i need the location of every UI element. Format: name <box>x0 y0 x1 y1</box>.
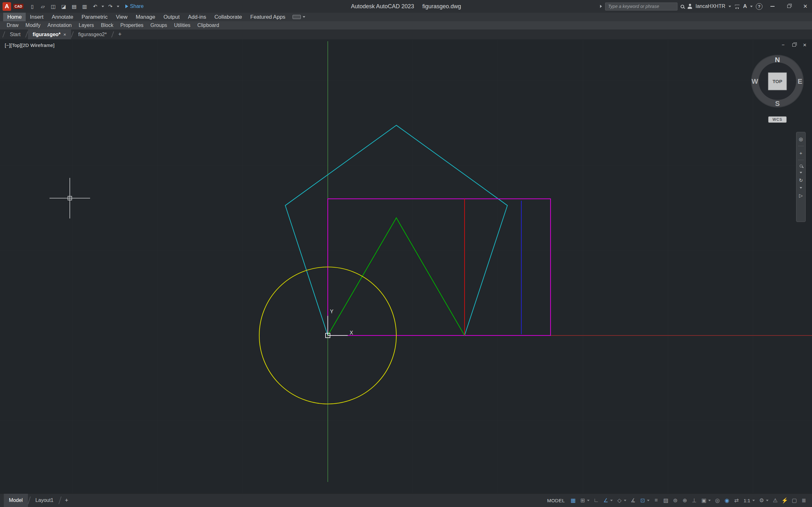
ucs-icon[interactable]: Y X <box>325 309 353 338</box>
annotation-scale-button[interactable]: 1:1 <box>742 496 752 505</box>
viewcube-south[interactable]: S <box>775 100 780 108</box>
print-icon[interactable]: ▥ <box>81 3 89 9</box>
panel-layers[interactable]: Layers <box>75 22 97 28</box>
3d-object-snap-toggle[interactable]: ⊕ <box>680 496 689 505</box>
undo-icon[interactable]: ↶ <box>91 3 99 9</box>
restore-button[interactable] <box>782 0 796 13</box>
annotation-autoscale-toggle[interactable]: ⇄ <box>732 496 741 505</box>
app-menu-button[interactable]: A <box>3 2 11 11</box>
panel-block[interactable]: Block <box>97 22 117 28</box>
isodraft-dropdown-caret[interactable] <box>624 500 626 501</box>
viewcube-west[interactable]: W <box>752 77 758 85</box>
snap-dropdown-caret[interactable] <box>587 500 590 501</box>
tab-annotate[interactable]: Annotate <box>48 13 78 21</box>
viewcube[interactable]: N W E S TOP <box>750 53 805 109</box>
selection-filtering-caret[interactable] <box>708 500 711 501</box>
file-tab-figurasgeo[interactable]: figurasgeo* × <box>28 30 71 39</box>
workspace-dropdown-caret[interactable] <box>766 500 768 501</box>
minimize-button[interactable] <box>766 0 779 13</box>
user-dropdown-caret[interactable] <box>728 6 731 7</box>
new-file-icon[interactable]: ▯ <box>28 3 37 9</box>
new-drawing-tab-button[interactable]: + <box>114 30 125 39</box>
dynamic-ucs-toggle[interactable]: ⊥ <box>690 496 699 505</box>
annotation-monitor-toggle[interactable]: ⚠ <box>771 496 780 505</box>
polar-dropdown-caret[interactable] <box>610 500 613 501</box>
model-space[interactable]: Y X <box>0 39 812 493</box>
viewcube-east[interactable]: E <box>798 77 803 85</box>
snap-toggle[interactable]: ⊞ <box>578 496 587 505</box>
transparency-toggle[interactable]: ▨ <box>661 496 670 505</box>
viewcube-north[interactable]: N <box>775 56 780 64</box>
zoom-dropdown-caret[interactable] <box>800 172 802 173</box>
showmotion-icon[interactable]: ▷ <box>799 193 803 198</box>
tab-view[interactable]: View <box>112 13 132 21</box>
pan-icon[interactable]: + <box>800 151 803 155</box>
redo-icon[interactable]: ↷ <box>106 3 114 9</box>
tab-home[interactable]: Home <box>3 13 26 21</box>
save-icon[interactable]: ◫ <box>49 3 57 9</box>
viewport-restore-icon[interactable] <box>791 42 797 48</box>
cart-icon[interactable] <box>734 4 740 9</box>
polar-tracking-toggle[interactable]: ∠ <box>601 496 610 505</box>
panel-properties[interactable]: Properties <box>117 22 147 28</box>
plot-icon[interactable]: ▤ <box>70 3 79 9</box>
tab-output[interactable]: Output <box>159 13 184 21</box>
panel-utilities[interactable]: Utilities <box>171 22 194 28</box>
annotation-scale-caret[interactable] <box>752 500 755 501</box>
viewport-minimize-icon[interactable]: − <box>780 42 786 48</box>
save-as-icon[interactable]: ◪ <box>60 3 68 9</box>
apps-dropdown-caret[interactable] <box>750 6 753 7</box>
new-layout-button[interactable]: + <box>61 494 72 507</box>
qat-customize-caret[interactable] <box>117 6 119 7</box>
panel-annotation[interactable]: Annotation <box>44 22 75 28</box>
tab-manage[interactable]: Manage <box>132 13 159 21</box>
zoom-icon[interactable] <box>800 165 803 167</box>
open-file-icon[interactable]: ▱ <box>39 3 47 9</box>
file-tab-start[interactable]: Start <box>5 30 26 39</box>
search-icon[interactable] <box>680 5 684 8</box>
tab-parametric[interactable]: Parametric <box>78 13 112 21</box>
undo-dropdown-caret[interactable] <box>102 6 104 7</box>
orbit-icon[interactable]: ↻ <box>799 178 803 183</box>
search-collapse-icon[interactable] <box>600 5 602 8</box>
panel-groups[interactable]: Groups <box>147 22 170 28</box>
close-button[interactable]: × <box>799 0 812 13</box>
selection-filtering-toggle[interactable]: ▣ <box>699 496 708 505</box>
annotation-visibility-toggle[interactable]: ◉ <box>722 496 731 505</box>
ribbon-display-toggle[interactable] <box>293 13 305 21</box>
lineweight-toggle[interactable]: ≡ <box>652 496 661 505</box>
object-snap-dropdown-caret[interactable] <box>647 500 650 501</box>
customization-menu-button[interactable]: ≣ <box>799 496 808 505</box>
orbit-dropdown-caret[interactable] <box>800 187 802 189</box>
panel-draw[interactable]: Draw <box>3 22 22 28</box>
gizmo-toggle[interactable]: ◎ <box>713 496 722 505</box>
graphics-performance-toggle[interactable]: ⚡ <box>780 496 789 505</box>
object-snap-toggle[interactable]: ⊡ <box>638 496 647 505</box>
clean-screen-toggle[interactable]: ▢ <box>790 496 799 505</box>
selection-cycling-toggle[interactable]: ⊚ <box>671 496 680 505</box>
model-space-toggle[interactable]: MODEL <box>544 498 568 503</box>
username[interactable]: lancaHXHTR <box>696 3 725 9</box>
panel-clipboard[interactable]: Clipboard <box>194 22 222 28</box>
drawing-area[interactable]: Y X [−][Top][2D Wireframe] − × N W E S <box>0 39 812 493</box>
object-snap-tracking-toggle[interactable]: ∡ <box>628 496 638 505</box>
ortho-toggle[interactable]: ∟ <box>592 496 601 505</box>
ribbon-display-caret[interactable] <box>303 16 305 18</box>
tab-add-ins[interactable]: Add-ins <box>184 13 210 21</box>
workspace-switching-button[interactable]: ⚙ <box>757 496 766 505</box>
zigzag-polyline-entity[interactable] <box>328 218 464 335</box>
autodesk-app-icon[interactable]: A <box>743 3 747 9</box>
tab-insert[interactable]: Insert <box>26 13 48 21</box>
rectangle-entity[interactable] <box>328 199 551 335</box>
help-icon[interactable]: ? <box>756 3 762 10</box>
isodraft-toggle[interactable]: ◇ <box>615 496 624 505</box>
file-tab-close-icon[interactable]: × <box>63 32 66 37</box>
tab-featured-apps[interactable]: Featured Apps <box>246 13 290 21</box>
file-tab-figurasgeo2[interactable]: figurasgeo2* <box>73 30 112 39</box>
grid-toggle[interactable]: ▦ <box>569 496 577 505</box>
model-tab[interactable]: Model <box>4 494 28 507</box>
share-button[interactable]: Share <box>125 3 144 9</box>
navigation-wheel-icon[interactable]: ◎ <box>799 137 803 142</box>
tab-collaborate[interactable]: Collaborate <box>210 13 246 21</box>
panel-modify[interactable]: Modify <box>22 22 44 28</box>
